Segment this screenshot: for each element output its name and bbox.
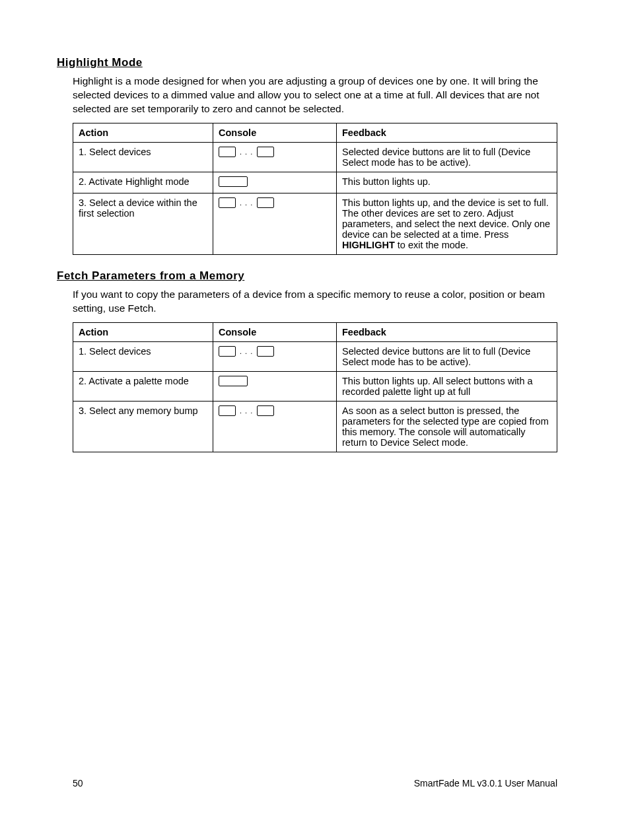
paragraph-highlight: Highlight is a mode designed for when yo… xyxy=(73,75,557,116)
button-icon xyxy=(219,176,248,187)
ellipsis-icon: . . . xyxy=(238,346,254,357)
th-action: Action xyxy=(73,123,213,142)
ellipsis-icon: . . . xyxy=(238,197,254,208)
button-icon xyxy=(219,197,236,208)
table-row: 3. Select a device within the first sele… xyxy=(73,193,557,254)
cell-feedback: This button lights up, and the device is… xyxy=(337,193,557,254)
th-feedback: Feedback xyxy=(337,123,557,142)
page-number: 50 xyxy=(73,778,83,788)
button-icon xyxy=(219,147,236,157)
table-row: 1. Select devices . . . Selected device … xyxy=(73,341,557,371)
cell-console xyxy=(213,172,337,193)
button-icon xyxy=(219,376,248,386)
button-icon xyxy=(219,346,236,357)
cell-console xyxy=(213,371,337,401)
button-icon xyxy=(257,346,274,357)
cell-action: 1. Select devices xyxy=(73,142,213,172)
cell-feedback: This button lights up. All select button… xyxy=(337,371,557,401)
table-highlight: Action Console Feedback 1. Select device… xyxy=(73,123,557,255)
table-row: 2. Activate a palette mode This button l… xyxy=(73,371,557,401)
manual-title: SmartFade ML v3.0.1 User Manual xyxy=(414,778,557,788)
cell-console: . . . xyxy=(213,193,337,254)
button-icon xyxy=(219,405,236,416)
paragraph-fetch: If you want to copy the parameters of a … xyxy=(73,288,557,316)
button-icon xyxy=(257,405,274,416)
cell-action: 3. Select any memory bump xyxy=(73,401,213,452)
th-feedback: Feedback xyxy=(337,322,557,341)
cell-action: 2. Activate Highlight mode xyxy=(73,172,213,193)
th-console: Console xyxy=(213,322,337,341)
table-row: 2. Activate Highlight mode This button l… xyxy=(73,172,557,193)
heading-fetch: Fetch Parameters from a Memory xyxy=(57,269,557,283)
cell-feedback: This button lights up. xyxy=(337,172,557,193)
cell-action: 2. Activate a palette mode xyxy=(73,371,213,401)
cell-feedback: Selected device buttons are lit to full … xyxy=(337,341,557,371)
cell-feedback: Selected device buttons are lit to full … xyxy=(337,142,557,172)
table-fetch: Action Console Feedback 1. Select device… xyxy=(73,322,557,452)
th-action: Action xyxy=(73,322,213,341)
cell-feedback: As soon as a select button is pressed, t… xyxy=(337,401,557,452)
ellipsis-icon: . . . xyxy=(238,147,254,157)
cell-console: . . . xyxy=(213,341,337,371)
cell-console: . . . xyxy=(213,142,337,172)
heading-highlight-mode: Highlight Mode xyxy=(57,56,557,69)
button-icon xyxy=(257,197,274,208)
table-row: 1. Select devices . . . Selected device … xyxy=(73,142,557,172)
cell-action: 1. Select devices xyxy=(73,341,213,371)
cell-action: 3. Select a device within the first sele… xyxy=(73,193,213,254)
button-icon xyxy=(257,147,274,157)
ellipsis-icon: . . . xyxy=(238,405,254,416)
table-row: 3. Select any memory bump . . . As soon … xyxy=(73,401,557,452)
th-console: Console xyxy=(213,123,337,142)
cell-console: . . . xyxy=(213,401,337,452)
